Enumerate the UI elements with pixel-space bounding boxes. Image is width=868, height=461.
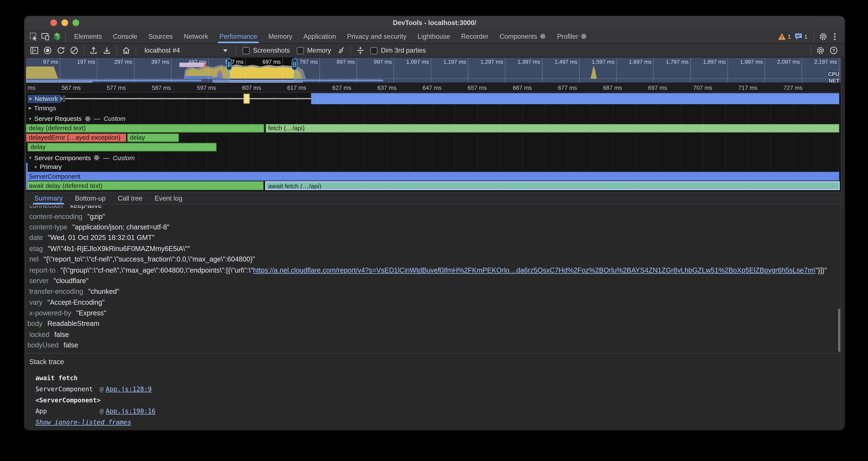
desktop: DevTools - localhost:3000/ ElementsConso… xyxy=(0,0,868,461)
record-and-reload-icon[interactable] xyxy=(56,46,66,56)
scrollbar-thumb[interactable] xyxy=(838,309,840,352)
overview-gridline xyxy=(542,58,542,83)
memory-checkbox[interactable]: Memory xyxy=(297,47,331,54)
header-value: "Accept-Encoding" xyxy=(48,298,105,306)
expand-triangle-icon[interactable]: ▼ xyxy=(28,156,32,160)
timings-track-name: Timings xyxy=(34,105,56,111)
tab-elements[interactable]: Elements xyxy=(68,29,107,43)
selection-left-handle[interactable] xyxy=(226,58,232,70)
load-profile-icon[interactable] xyxy=(89,46,99,56)
tab-profiler[interactable]: Profiler xyxy=(552,29,592,43)
garbage-collect-icon[interactable] xyxy=(336,46,346,56)
tab-memory[interactable]: Memory xyxy=(263,29,298,43)
tab-label: Components xyxy=(500,32,537,40)
timeline-ruler[interactable]: ms567 ms577 ms587 ms597 ms607 ms617 ms62… xyxy=(26,83,841,93)
tab-privacy-and-security[interactable]: Privacy and security xyxy=(342,29,412,43)
flame-event-label: await fetch (…/api) xyxy=(266,182,838,190)
react-atom-icon xyxy=(581,33,587,39)
collapse-triangle-icon[interactable]: ▶ xyxy=(29,106,32,110)
tab-summary[interactable]: Summary xyxy=(28,192,69,204)
screenshots-checkbox[interactable]: Screenshots xyxy=(242,47,290,54)
overview-gridline xyxy=(802,58,802,83)
header-key: bodyUsed xyxy=(27,342,59,349)
ruler-origin-label: ms xyxy=(28,84,35,91)
tab-lighthouse[interactable]: Lighthouse xyxy=(412,29,456,43)
sidebar-toggle-icon[interactable] xyxy=(29,46,39,56)
server-requests-track-suffix: Custom xyxy=(103,115,126,122)
divider xyxy=(116,46,117,55)
overview-gridline xyxy=(431,58,431,83)
live-metrics-home-icon[interactable] xyxy=(121,46,131,56)
selection-right-handle[interactable] xyxy=(292,58,297,70)
flame-event-await-delay-deferred-text[interactable]: await delay (deferred text) xyxy=(26,181,264,190)
clear-icon[interactable] xyxy=(69,46,79,56)
tab-call-tree[interactable]: Call tree xyxy=(112,192,149,204)
help-icon[interactable]: ? xyxy=(829,46,839,56)
overview-gridline xyxy=(394,58,394,83)
warning-icon[interactable] xyxy=(778,32,786,40)
tab-components[interactable]: Components xyxy=(494,29,552,43)
tab-performance[interactable]: Performance xyxy=(214,29,263,43)
tab-console[interactable]: Console xyxy=(107,29,143,43)
tab-network[interactable]: Network xyxy=(178,29,214,43)
kebab-menu-icon[interactable] xyxy=(830,32,839,41)
checkbox-box xyxy=(297,47,304,54)
perf-toolbar: localhost #4 Screenshots Memory Dim 3r xyxy=(24,44,845,58)
overview-gridline xyxy=(579,58,580,83)
flame-chart[interactable]: ▶Network▶Timings▼Server Requests—Custom▼… xyxy=(26,93,841,192)
overview-gridline xyxy=(468,58,468,83)
profile-select[interactable]: localhost #4 xyxy=(141,45,231,56)
inspect-element-icon[interactable] xyxy=(29,32,38,41)
server-requests-track[interactable]: ▼Server Requests—Custom xyxy=(28,115,125,122)
expand-triangle-icon[interactable]: ▼ xyxy=(34,165,38,169)
vue-devtools-icon[interactable] xyxy=(52,32,62,41)
stack-frame-function: ServerComponent xyxy=(35,385,100,393)
timeline-overview[interactable]: 97 ms197 ms297 ms397 ms497 ms597 ms697 m… xyxy=(26,58,841,83)
flame-event-delayederror-ayed-exception[interactable]: delayedError (…ayed exception) xyxy=(26,133,126,142)
primary-group-strip xyxy=(26,163,27,190)
capture-settings-gear-icon[interactable] xyxy=(815,46,826,56)
tab-event-log[interactable]: Event log xyxy=(149,192,189,204)
server-components-track[interactable]: ▼Server Components—Custom xyxy=(28,154,135,161)
timings-track-label[interactable]: ▶Timings xyxy=(29,105,56,111)
track-drag-grip[interactable] xyxy=(63,95,65,102)
stack-frame-location-link[interactable]: App.js:128:9 xyxy=(106,385,152,393)
panel-tabs: ElementsConsoleSourcesNetworkPerformance… xyxy=(68,29,592,43)
flame-event-delay-deferred-text[interactable]: delay (deferred text) xyxy=(26,124,264,132)
stack-frame-location-link[interactable]: App.js:190:16 xyxy=(106,407,155,415)
collapse-flame-icon[interactable] xyxy=(355,46,366,56)
show-ignore-listed-link[interactable]: Show ignore-listed frames xyxy=(26,417,841,428)
tab-application[interactable]: Application xyxy=(298,29,342,43)
flame-event-servercomponent[interactable]: ServerComponent xyxy=(26,172,839,180)
collapse-triangle-icon[interactable]: ▶ xyxy=(29,96,32,101)
report-to-link[interactable]: https://a.nel.cloudflare.com/report/v4?s… xyxy=(253,266,815,274)
flame-event-label: delayedError (…ayed exception) xyxy=(27,134,126,141)
dim-3rd-parties-checkbox[interactable]: Dim 3rd parties xyxy=(370,47,426,54)
device-toolbar-icon[interactable] xyxy=(40,32,50,41)
overview-tick-label: 1,597 ms xyxy=(583,59,615,65)
stack-frame-at: @ xyxy=(100,385,103,393)
expand-triangle-icon[interactable]: ▼ xyxy=(28,117,32,121)
flame-event-await-fetch-api[interactable]: await fetch (…/api) xyxy=(265,181,839,190)
header-row-content-encoding: content-encoding"gzip" xyxy=(26,211,841,222)
checkbox-box xyxy=(370,47,378,54)
flame-event-delay[interactable]: delay xyxy=(28,143,217,151)
tab-sources[interactable]: Sources xyxy=(143,29,178,43)
tab-recorder[interactable]: Recorder xyxy=(456,29,494,43)
primary-group[interactable]: ▼Primary xyxy=(34,164,62,170)
console-message-icon[interactable] xyxy=(794,32,803,40)
tab-bottom-up[interactable]: Bottom-up xyxy=(69,192,112,204)
header-row-connection: connection"keep-alive" xyxy=(26,206,841,211)
network-request-bar[interactable] xyxy=(311,93,839,104)
network-track-label[interactable]: ▶Network xyxy=(28,94,61,103)
save-profile-icon[interactable] xyxy=(102,46,112,56)
flame-event-fetch-api[interactable]: fetch (…/api) xyxy=(266,124,839,132)
overview-gridline xyxy=(765,58,765,83)
record-icon[interactable] xyxy=(43,46,53,56)
tab-label: Summary xyxy=(34,195,63,202)
settings-gear-icon[interactable] xyxy=(818,32,828,41)
network-request-queueing-block[interactable] xyxy=(243,93,250,104)
tab-label: Bottom-up xyxy=(75,195,105,202)
flame-event-delay[interactable]: delay xyxy=(127,133,179,142)
header-value: "{\"report_to\":\"cf-nel\",\"success_fra… xyxy=(43,256,255,263)
